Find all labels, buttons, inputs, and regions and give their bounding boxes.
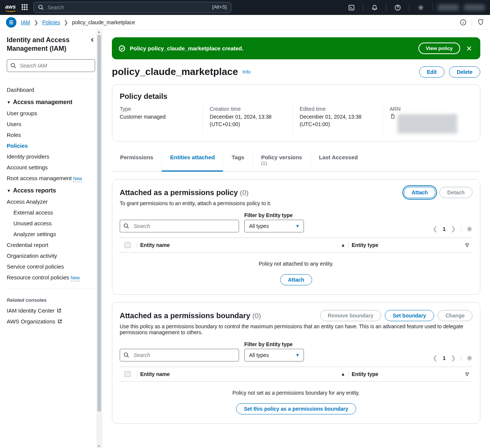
svg-point-0 (39, 5, 42, 9)
set-boundary-button[interactable]: Set boundary (385, 310, 434, 321)
breadcrumb: IAM ❯ Policies ❯ policy_claude_marketpla… (21, 19, 135, 25)
prev-page-icon[interactable]: ❮ (433, 354, 437, 361)
global-nav: aws [Alt+S] (0, 0, 490, 15)
next-page-icon[interactable]: ❯ (451, 225, 456, 232)
sidebar-section-access-reports[interactable]: ▼ Access reports (7, 184, 95, 196)
sort-indicator-icon: ▽ (465, 242, 471, 248)
detach-button: Detach (439, 187, 472, 198)
edited-time-value: December 01, 2024, 13:38 (UTC+01:00) (300, 113, 376, 128)
sidebar-item-account-settings[interactable]: Account settings (7, 162, 95, 173)
breadcrumb-bar: IAM ❯ Policies ❯ policy_claude_marketpla… (0, 15, 490, 30)
attach-center-button[interactable]: Attach (280, 274, 312, 285)
select-all-checkbox[interactable] (121, 242, 134, 248)
sidebar-search-input[interactable] (7, 59, 95, 72)
sidebar-item-external-access[interactable]: External access (7, 207, 95, 218)
cloudshell-icon[interactable] (345, 4, 358, 11)
notifications-icon[interactable] (368, 4, 381, 11)
sidebar-item-aws-organizations[interactable]: AWS Organizations (7, 316, 62, 327)
filter-label: Filter by Entity type (244, 341, 304, 347)
arn-label: ARN (390, 106, 466, 112)
toggle-sidebar-button[interactable] (6, 17, 16, 28)
perm-boundary-desc: Use this policy as a permissions boundar… (120, 323, 472, 335)
boundary-search-input[interactable] (120, 349, 239, 361)
search-icon (10, 63, 16, 68)
page-number: 1 (443, 355, 446, 361)
svg-point-8 (124, 224, 128, 227)
table-settings-icon[interactable] (461, 355, 472, 361)
breadcrumb-iam[interactable]: IAM (21, 19, 30, 25)
settings-icon[interactable] (415, 4, 427, 11)
tab-entities-attached[interactable]: Entities attached (161, 149, 223, 172)
account-menu[interactable] (464, 4, 485, 10)
close-alert-icon[interactable] (465, 46, 474, 51)
copy-icon[interactable] (390, 113, 395, 119)
sidebar-item-access-analyzer[interactable]: Access Analyzer (7, 196, 95, 207)
entity-type-filter[interactable]: All types▼ (244, 220, 304, 232)
tab-last-accessed[interactable]: Last Accessed (310, 149, 366, 171)
sidebar-item-user-groups[interactable]: User groups (7, 108, 95, 119)
sidebar-item-identity-providers[interactable]: Identity providers (7, 151, 95, 162)
info-link[interactable]: Info (242, 69, 251, 75)
view-policy-button[interactable]: View policy (418, 43, 460, 54)
sidebar-item-scp[interactable]: Service control policies (7, 261, 95, 272)
policy-details-panel: Policy details Type Customer managed Cre… (112, 84, 480, 141)
entity-search-input[interactable] (120, 220, 239, 232)
col-entity-type[interactable]: Entity type ▽ (352, 242, 471, 248)
table-empty-message: Policy not set as a permissions boundary… (120, 382, 472, 400)
info-icon[interactable] (460, 19, 467, 26)
sort-indicator-icon: ▽ (465, 372, 471, 377)
perm-policy-desc: To grant permissions to an entity, attac… (120, 200, 472, 206)
permissions-boundary-panel: Attached as a permissions boundary (0) R… (112, 302, 480, 424)
sidebar-item-users[interactable]: Users (7, 119, 95, 129)
external-link-icon (57, 319, 62, 324)
sidebar-item-iam-identity-center[interactable]: IAM Identity Center (7, 305, 62, 316)
sidebar-item-analyzer-settings[interactable]: Analyzer settings (7, 229, 95, 239)
set-boundary-center-button[interactable]: Set this policy as a permissions boundar… (236, 403, 356, 414)
breadcrumb-policies[interactable]: Policies (42, 19, 60, 25)
select-all-checkbox[interactable] (121, 371, 134, 377)
tab-permissions[interactable]: Permissions (112, 149, 161, 171)
global-search: [Alt+S] (34, 2, 231, 13)
next-page-icon[interactable]: ❯ (451, 354, 456, 361)
col-entity-name[interactable]: Entity name ▲ (140, 242, 345, 248)
prev-page-icon[interactable]: ❮ (433, 225, 437, 232)
sidebar-item-credential-report[interactable]: Credential report (7, 239, 95, 250)
tab-tags[interactable]: Tags (223, 149, 252, 171)
tab-policy-versions[interactable]: Policy versions (1) (252, 149, 310, 171)
sidebar-item-dashboard[interactable]: Dashboard (7, 84, 95, 95)
sidebar-item-rcp[interactable]: Resource control policiesNew (7, 272, 95, 283)
caret-down-icon: ▼ (7, 100, 11, 104)
sort-asc-icon: ▲ (341, 372, 345, 377)
svg-point-10 (124, 353, 128, 356)
sidebar-item-unused-access[interactable]: Unused access (7, 218, 95, 229)
col-entity-type[interactable]: Entity type ▽ (352, 371, 471, 377)
boundary-type-filter[interactable]: All types▼ (244, 349, 304, 361)
entity-search (120, 220, 239, 232)
collapse-sidebar-icon[interactable] (90, 36, 95, 43)
perm-policy-title: Attached as a permissions policy (0) (120, 188, 249, 197)
sidebar-item-policies[interactable]: Policies (7, 140, 95, 151)
search-icon (123, 352, 129, 358)
edit-button[interactable]: Edit (419, 66, 445, 78)
region-selector[interactable] (438, 4, 459, 10)
svg-point-9 (469, 228, 470, 230)
aws-logo[interactable]: aws (5, 3, 16, 12)
table-settings-icon[interactable] (461, 226, 472, 232)
tabs: Permissions Entities attached Tags Polic… (112, 149, 480, 172)
delete-button[interactable]: Delete (449, 66, 480, 78)
global-search-input[interactable] (34, 2, 231, 13)
help-icon[interactable] (392, 4, 404, 11)
col-entity-name[interactable]: Entity name ▲ (140, 371, 345, 377)
sidebar-item-root-access[interactable]: Root access managementNew (7, 173, 95, 184)
attach-button[interactable]: Attach (404, 187, 436, 198)
svg-point-11 (469, 357, 470, 359)
scrollbar[interactable] (97, 30, 102, 448)
sidebar-item-roles[interactable]: Roles (7, 129, 95, 140)
sidebar-section-access-management[interactable]: ▼ Access management (7, 95, 95, 108)
svg-point-3 (420, 7, 421, 8)
page-title: policy_claude_marketplace (112, 66, 238, 78)
shield-icon[interactable] (477, 19, 484, 26)
sidebar-item-organization-activity[interactable]: Organization activity (7, 250, 95, 261)
new-badge: New (73, 176, 82, 182)
services-menu-icon[interactable] (22, 4, 28, 11)
